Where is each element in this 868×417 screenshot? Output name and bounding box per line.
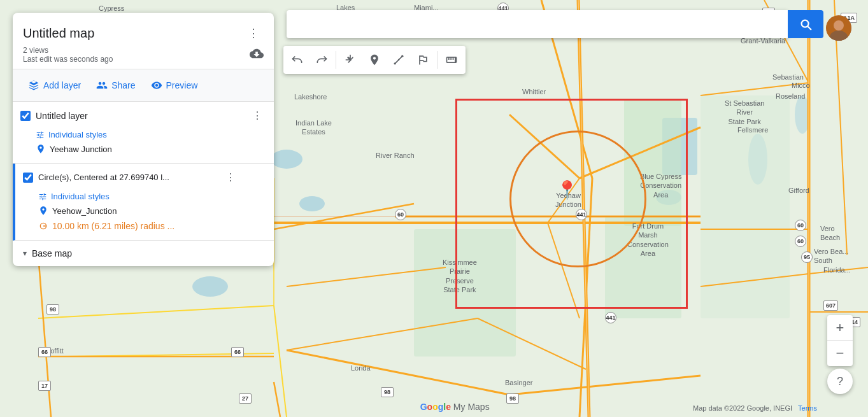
- svg-point-6: [299, 196, 325, 211]
- place-pin-icon: [36, 144, 46, 154]
- layer-untitled-style-label: Individual styles: [48, 130, 107, 139]
- circles-style-icon: [38, 192, 47, 201]
- draw-line-icon: [392, 53, 405, 66]
- toolbar-sep-2: [437, 51, 438, 69]
- layer-untitled-menu-button[interactable]: ⋮: [248, 108, 266, 123]
- layer-circles-circle-label: 10.00 km (6.21 miles) radius ...: [52, 221, 174, 231]
- layer-circles-place-name: Yeehow_Junction: [52, 206, 117, 216]
- add-directions-button[interactable]: [411, 48, 434, 71]
- map-last-edit: Last edit was seconds ago: [23, 55, 113, 64]
- toolbar-sep-1: [336, 51, 336, 69]
- layer-circles-style-link[interactable]: Individual styles: [38, 190, 266, 203]
- my-maps-text: My Maps: [453, 402, 490, 412]
- help-button[interactable]: ?: [827, 369, 853, 394]
- base-map-label: Base map: [32, 248, 72, 258]
- layer-untitled-place-name: Yeehaw Junction: [50, 145, 112, 154]
- toolbar: [283, 46, 466, 74]
- layer-circles-title: Circle(s), Centered at 27.699740 l...: [38, 173, 217, 182]
- search-button[interactable]: [788, 10, 823, 38]
- svg-point-58: [834, 20, 844, 31]
- svg-rect-12: [605, 216, 681, 318]
- map-pin-marker: 📍: [556, 180, 578, 201]
- highway-60-badge: 60: [395, 209, 406, 220]
- highway-98-badge2: 98: [506, 393, 519, 404]
- sidebar: Untitled map ⋮ 2 views Last edit was sec…: [13, 13, 274, 266]
- layer-untitled-header: Untitled layer ⋮: [13, 102, 274, 127]
- pan-icon: [344, 53, 357, 66]
- svg-point-5: [271, 150, 302, 169]
- google-my-maps-logo: Google My Maps: [420, 402, 490, 412]
- undo-icon: [291, 53, 304, 66]
- highway-441-bot-badge: 441: [605, 312, 616, 323]
- preview-button[interactable]: Preview: [146, 76, 203, 95]
- map-title: Untitled map: [23, 26, 94, 41]
- add-layer-label: Add layer: [43, 80, 81, 90]
- preview-icon: [151, 80, 162, 91]
- svg-point-63: [398, 59, 400, 61]
- terms-link[interactable]: Terms: [798, 404, 817, 412]
- zoom-out-button[interactable]: −: [827, 341, 853, 366]
- layer-circles-menu-button[interactable]: ⋮: [222, 170, 239, 185]
- layer-untitled-checkbox[interactable]: [20, 111, 31, 121]
- highway-27-badge: 27: [239, 393, 252, 404]
- search-input[interactable]: [287, 10, 788, 38]
- layer-circles-style-label: Individual styles: [51, 192, 110, 201]
- add-layer-button[interactable]: Add layer: [23, 76, 86, 95]
- map-title-row: Untitled map ⋮: [23, 23, 264, 43]
- share-icon: [96, 80, 108, 91]
- map-options-button[interactable]: ⋮: [243, 23, 264, 43]
- attribution-text: Map data ©2022 Google, INEGI: [693, 404, 792, 412]
- layer-circles-header: Circle(s), Centered at 27.699740 l... ⋮: [15, 164, 274, 188]
- map-views: 2 views: [23, 46, 113, 55]
- add-marker-icon: [368, 53, 381, 66]
- highway-98-badge: 98: [381, 387, 394, 397]
- base-map-collapse-arrow: ▾: [23, 249, 27, 258]
- search-icon: [799, 17, 813, 31]
- highway-60-right2-badge: 60: [795, 236, 806, 247]
- layer-circles: Circle(s), Centered at 27.699740 l... ⋮ …: [13, 164, 274, 241]
- highway-98-left-badge: 98: [46, 304, 59, 315]
- layer-untitled-place: Yeehaw Junction: [36, 141, 266, 157]
- search-bar: [287, 10, 823, 38]
- share-label: Share: [111, 80, 135, 90]
- layer-circles-items: Individual styles Yeehow_Junction 10.00 …: [15, 188, 274, 240]
- layer-untitled-style-link[interactable]: Individual styles: [36, 128, 266, 141]
- svg-rect-13: [414, 229, 516, 357]
- zoom-controls: + −: [827, 315, 853, 366]
- highway-95-badge: 95: [801, 251, 813, 263]
- cloud-save-icon: [250, 46, 264, 64]
- redo-icon: [315, 53, 328, 66]
- layer-untitled: Untitled layer ⋮ Individual styles Yeeha…: [13, 102, 274, 164]
- user-avatar[interactable]: [826, 15, 851, 41]
- redo-button[interactable]: [310, 48, 333, 71]
- layer-untitled-title: Untitled layer: [36, 111, 243, 121]
- draw-line-button[interactable]: [387, 48, 410, 71]
- layer-untitled-items: Individual styles Yeehaw Junction: [13, 127, 274, 163]
- sidebar-header: Untitled map ⋮ 2 views Last edit was sec…: [13, 13, 274, 69]
- highway-607-badge: 607: [823, 300, 838, 311]
- style-icon: [36, 131, 45, 139]
- preview-label: Preview: [166, 80, 198, 90]
- add-marker-button[interactable]: [363, 48, 386, 71]
- zoom-in-button[interactable]: +: [827, 315, 853, 341]
- layer-circles-checkbox[interactable]: [23, 173, 33, 183]
- undo-button[interactable]: [286, 48, 309, 71]
- circles-place-pin-icon: [38, 206, 48, 216]
- measure-button[interactable]: [440, 48, 463, 71]
- radius-icon: [38, 222, 48, 230]
- pan-button[interactable]: [339, 48, 362, 71]
- sidebar-actions: Add layer Share Preview: [13, 69, 274, 102]
- svg-point-4: [192, 276, 228, 297]
- highway-66-badge: 66: [231, 347, 244, 357]
- user-avatar-image: [826, 15, 851, 41]
- share-button[interactable]: Share: [91, 76, 140, 95]
- add-directions-icon: [416, 53, 429, 66]
- layer-circles-circle-item: 10.00 km (6.21 miles) radius ...: [38, 218, 266, 234]
- measure-icon: [445, 53, 458, 66]
- highway-60-right-badge: 60: [795, 220, 806, 231]
- layer-circles-place: Yeehow_Junction: [38, 203, 266, 218]
- highway-66-left-badge: 66: [38, 347, 51, 357]
- map-attribution: Map data ©2022 Google, INEGI Terms: [693, 404, 817, 412]
- highway-17-badge: 17: [38, 381, 51, 391]
- highway-441-mid-badge: 441: [576, 209, 587, 220]
